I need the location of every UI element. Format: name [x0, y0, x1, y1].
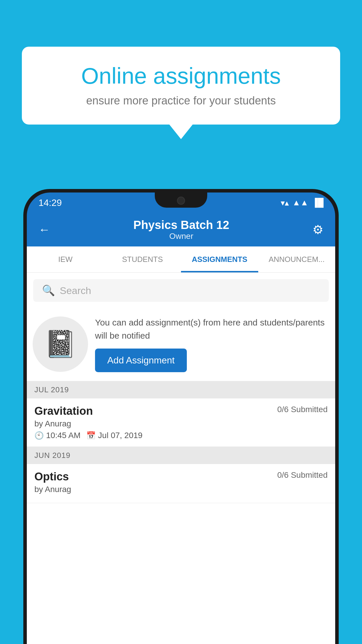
- phone-inner: 14:29 ▾▴ ▲▲ ▐█ ← Physics Batch 12 Owner …: [27, 192, 335, 644]
- assignment-by-optics: by Anurag: [34, 485, 328, 494]
- section-header-jun2019: JUN 2019: [27, 447, 335, 464]
- speech-bubble-subtitle: ensure more practice for your students: [39, 94, 323, 107]
- time-label-gravitation: 10:45 AM: [46, 431, 80, 440]
- add-assignment-content: You can add assignment(s) from here and …: [95, 316, 329, 372]
- tab-students-label: STUDENTS: [122, 255, 163, 264]
- assignment-top-row-optics: Optics 0/6 Submitted: [34, 470, 328, 483]
- assignment-item-optics[interactable]: Optics 0/6 Submitted by Anurag: [27, 464, 335, 503]
- speech-bubble-title: Online assignments: [39, 63, 323, 89]
- phone-frame: 14:29 ▾▴ ▲▲ ▐█ ← Physics Batch 12 Owner …: [23, 189, 339, 644]
- tab-assignments-label: ASSIGNMENTS: [192, 255, 247, 264]
- tab-iew-label: IEW: [58, 255, 73, 264]
- add-assignment-section: 📓 You can add assignment(s) from here an…: [27, 307, 335, 381]
- notch: [155, 192, 207, 208]
- tab-students[interactable]: STUDENTS: [104, 246, 181, 272]
- wifi-icon: ▾▴: [281, 198, 289, 208]
- back-button[interactable]: ←: [38, 223, 50, 236]
- speech-bubble: Online assignments ensure more practice …: [22, 47, 340, 125]
- app-bar-title: Physics Batch 12: [133, 218, 229, 232]
- assignment-item-gravitation[interactable]: Gravitation 0/6 Submitted by Anurag 🕙 10…: [27, 398, 335, 447]
- assignment-top-row-gravitation: Gravitation 0/6 Submitted: [34, 405, 328, 417]
- tab-assignments[interactable]: ASSIGNMENTS: [181, 246, 258, 272]
- clock-icon-gravitation: 🕙: [34, 431, 44, 440]
- camera: [177, 197, 185, 205]
- assignment-submitted-optics: 0/6 Submitted: [277, 470, 328, 480]
- date-label-gravitation: Jul 07, 2019: [98, 431, 143, 440]
- notebook-icon: 📓: [44, 329, 77, 359]
- signal-icon: ▲▲: [292, 198, 308, 207]
- search-icon: 🔍: [42, 284, 55, 297]
- content-area: 🔍 Search 📓 You can add assignment(s) fro…: [27, 273, 335, 644]
- settings-icon[interactable]: ⚙: [312, 223, 324, 237]
- search-bar[interactable]: 🔍 Search: [33, 279, 329, 302]
- status-icons: ▾▴ ▲▲ ▐█: [281, 198, 324, 208]
- assignment-submitted-gravitation: 0/6 Submitted: [277, 405, 328, 414]
- assignment-by-gravitation: by Anurag: [34, 419, 328, 428]
- tab-bar: IEW STUDENTS ASSIGNMENTS ANNOUNCEM...: [27, 246, 335, 273]
- app-bar: ← Physics Batch 12 Owner ⚙: [27, 213, 335, 246]
- section-header-jul2019: JUL 2019: [27, 381, 335, 398]
- add-assignment-desc: You can add assignment(s) from here and …: [95, 316, 329, 342]
- assignment-time-gravitation: 🕙 10:45 AM: [34, 431, 80, 440]
- section-header-jul2019-label: JUL 2019: [34, 385, 69, 394]
- app-bar-title-container: Physics Batch 12 Owner: [133, 218, 229, 241]
- assignment-meta-gravitation: 🕙 10:45 AM 📅 Jul 07, 2019: [34, 431, 328, 440]
- tab-announcements-label: ANNOUNCEM...: [269, 255, 325, 264]
- app-bar-subtitle: Owner: [133, 232, 229, 241]
- status-time: 14:29: [38, 197, 62, 208]
- calendar-icon-gravitation: 📅: [86, 431, 96, 440]
- assignment-name-gravitation: Gravitation: [34, 405, 93, 417]
- search-placeholder: Search: [60, 285, 91, 296]
- speech-bubble-arrow: [169, 125, 193, 139]
- tab-iew[interactable]: IEW: [27, 246, 104, 272]
- assignment-name-optics: Optics: [34, 470, 69, 483]
- tab-announcements[interactable]: ANNOUNCEM...: [258, 246, 335, 272]
- notebook-icon-circle: 📓: [33, 316, 88, 372]
- assignment-date-gravitation: 📅 Jul 07, 2019: [86, 431, 143, 440]
- battery-icon: ▐█: [312, 198, 324, 207]
- section-header-jun2019-label: JUN 2019: [34, 451, 71, 460]
- speech-bubble-container: Online assignments ensure more practice …: [22, 47, 340, 139]
- add-assignment-button[interactable]: Add Assignment: [95, 349, 187, 372]
